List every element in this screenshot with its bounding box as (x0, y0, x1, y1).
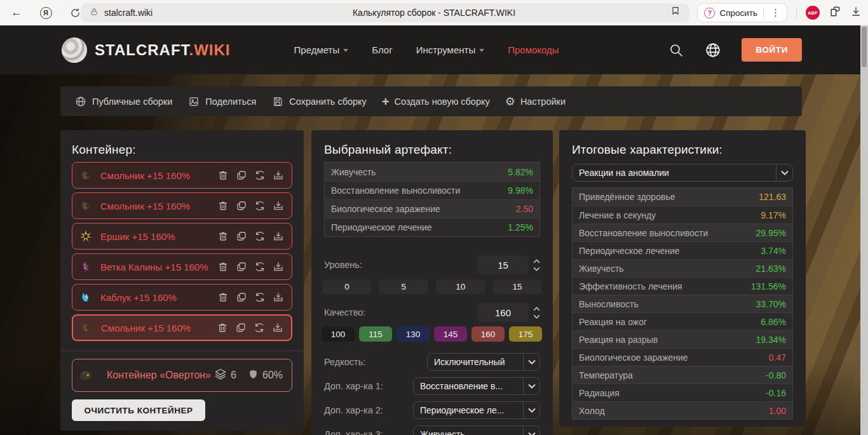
adblock-extension-icon[interactable]: ABP (806, 6, 820, 20)
stat-row: Периодическое лечение3.74% (573, 241, 792, 259)
container-overton-row[interactable]: Контейнер «Овертон» 6 60% (72, 359, 292, 392)
level-preset-button[interactable]: 0 (322, 279, 372, 294)
container-name: Контейнер «Овертон» (107, 370, 211, 381)
refresh-icon[interactable] (254, 200, 266, 212)
trash-icon[interactable] (217, 291, 229, 304)
chevron-down-icon (343, 49, 348, 52)
level-preset-button[interactable]: 5 (379, 279, 428, 294)
globe-icon (74, 95, 87, 108)
download-icon[interactable] (272, 261, 284, 273)
login-button[interactable]: ВОЙТИ (742, 38, 802, 62)
panel-divider (60, 351, 304, 351)
totals-filter-select[interactable]: Реакции на аномалии (572, 164, 793, 182)
extra-stat-2-label: Доп. хар-ка 2: (324, 405, 383, 415)
container-item[interactable]: Ершик +15 160% (72, 223, 292, 250)
level-preset-button[interactable]: 10 (436, 279, 485, 294)
container-item[interactable]: Ветка Калины +15 160% (72, 253, 292, 280)
refresh-icon[interactable] (254, 291, 266, 304)
nav-blog[interactable]: Блог (372, 44, 392, 55)
page-scrollbar[interactable] (860, 25, 868, 435)
browser-back-button[interactable]: ← (9, 5, 24, 20)
save-build-button[interactable]: Сохранить сборку (271, 95, 367, 108)
trash-icon[interactable] (217, 261, 229, 273)
chevron-up-icon[interactable] (532, 258, 540, 264)
stat-row: Восстановление выносливости29.95% (573, 224, 792, 241)
stat-row: Лечение в секунду9.17% (573, 206, 792, 224)
trash-icon[interactable] (217, 200, 229, 212)
download-icon[interactable] (272, 170, 284, 182)
bookmark-icon[interactable] (670, 5, 681, 19)
refresh-icon[interactable] (253, 322, 265, 334)
quality-preset-button[interactable]: 130 (397, 326, 430, 342)
container-item[interactable]: Каблук +15 160% (72, 284, 292, 311)
chevron-down-icon[interactable] (532, 266, 540, 271)
download-icon[interactable] (272, 291, 284, 304)
chevron-down-icon (523, 378, 539, 394)
container-item-selected[interactable]: Смольник +15 160% (72, 314, 292, 341)
vetka-kaliny-artifact-icon (79, 260, 93, 274)
quality-input[interactable]: 160 (477, 303, 529, 322)
lock-icon[interactable] (90, 7, 98, 19)
artifact-name: Смольник +15 160% (100, 201, 190, 211)
level-stepper[interactable] (532, 258, 540, 271)
stat-row: Биологическое заражение0.47 (573, 348, 792, 366)
rarity-select[interactable]: Исключительный (427, 353, 540, 371)
quality-preset-button[interactable]: 160 (471, 326, 505, 342)
more-menu-icon[interactable]: ⋮ (770, 7, 782, 18)
copy-icon[interactable] (235, 170, 247, 182)
yandex-browser-icon[interactable]: Я (38, 5, 53, 20)
new-build-button[interactable]: + Создать новую сборку (382, 95, 490, 108)
gear-icon: ⚙ (505, 96, 515, 107)
public-builds-button[interactable]: Публичные сборки (74, 95, 172, 108)
downloads-icon[interactable] (850, 6, 862, 20)
language-globe-icon[interactable] (705, 42, 721, 58)
build-toolbar: Публичные сборки Поделиться Сохранить сб… (60, 86, 802, 116)
chevron-down-icon[interactable] (532, 314, 540, 319)
artifact-panel-title: Выбранный артефакт: (324, 143, 452, 157)
extra-stat-1-select[interactable]: Восстановление в... (413, 377, 540, 395)
container-item[interactable]: Смольник +15 160% (72, 162, 292, 189)
clear-container-button[interactable]: ОЧИСТИТЬ КОНТЕЙНЕР (72, 399, 205, 421)
share-button[interactable]: Поделиться (187, 95, 256, 108)
quality-preset-button[interactable]: 100 (322, 326, 355, 342)
quality-stepper[interactable] (532, 306, 540, 319)
container-slots-value: 6 (231, 370, 236, 381)
trash-icon[interactable] (217, 231, 229, 243)
search-icon[interactable] (668, 42, 684, 58)
container-item[interactable]: Смольник +15 160% (72, 192, 292, 219)
extra-stat-2-select[interactable]: Периодическое ле... (413, 401, 540, 419)
refresh-icon[interactable] (254, 170, 266, 182)
refresh-icon[interactable] (254, 231, 266, 243)
site-logo[interactable]: STALCRAFT.WIKI (62, 37, 231, 63)
ask-button[interactable]: ? Спросить ⋮ (697, 3, 787, 22)
nav-tools[interactable]: Инструменты (416, 44, 485, 55)
extension-icon[interactable] (829, 5, 841, 20)
stat-row: Живучесть21.63% (573, 259, 792, 277)
download-icon[interactable] (272, 231, 284, 243)
quality-preset-button[interactable]: 175 (509, 326, 542, 342)
copy-icon[interactable] (235, 261, 247, 273)
extra-stat-3-select[interactable]: Живучесть (413, 425, 540, 435)
quality-preset-button[interactable]: 115 (359, 326, 392, 342)
chevron-down-icon (523, 354, 539, 370)
totals-panel: Итоговые характеристики: Реакции на аном… (559, 130, 806, 427)
scrollbar-thumb[interactable] (862, 27, 867, 67)
level-preset-button[interactable]: 15 (492, 279, 542, 294)
chevron-down-icon (523, 402, 539, 418)
download-icon[interactable] (272, 200, 284, 212)
level-input[interactable]: 15 (477, 255, 529, 274)
totals-stats-table: Приведённое здоровье121.63 Лечение в сек… (572, 187, 793, 420)
refresh-icon[interactable] (254, 261, 266, 273)
trash-icon[interactable] (217, 170, 229, 182)
copy-icon[interactable] (235, 231, 247, 243)
copy-icon[interactable] (235, 291, 247, 304)
settings-button[interactable]: ⚙ Настройки (505, 96, 566, 107)
nav-promocodes[interactable]: Промокоды (508, 44, 559, 55)
nav-items[interactable]: Предметы (294, 44, 349, 55)
quality-preset-button[interactable]: 145 (434, 326, 467, 342)
chevron-up-icon[interactable] (532, 306, 540, 311)
download-icon[interactable] (271, 322, 283, 334)
copy-icon[interactable] (234, 322, 247, 334)
copy-icon[interactable] (235, 200, 247, 212)
trash-icon[interactable] (216, 322, 228, 334)
